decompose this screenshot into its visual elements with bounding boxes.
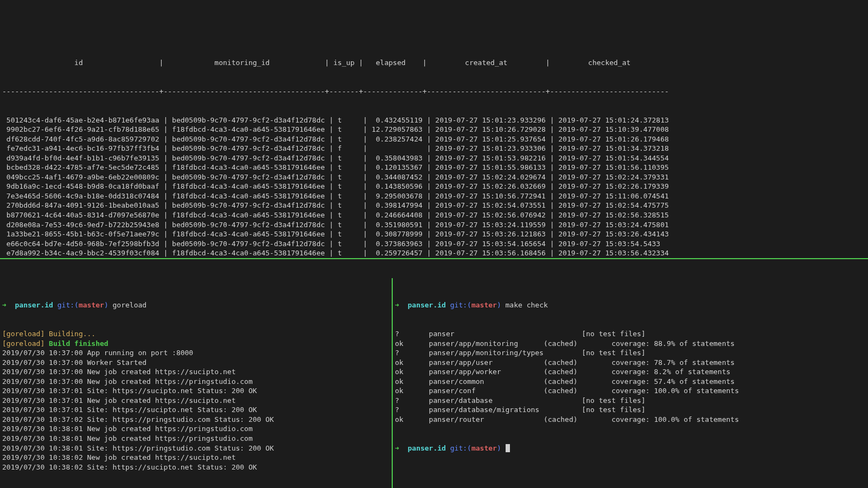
- table-row: df628cdd-740f-4fc5-a9d6-8ac859729702 | b…: [2, 134, 866, 144]
- cursor-icon: [506, 444, 510, 452]
- log-line: 2019/07/30 10:38:01 Site: https://prings…: [2, 444, 390, 453]
- test-result-line: ok panser/conf (cached) coverage: 100.0%…: [395, 386, 866, 396]
- table-row: d939a4fd-bf0d-4e4f-b1b1-c96b7fe39135 | b…: [2, 153, 866, 163]
- test-result-line: ? panser [no test files]: [395, 329, 866, 339]
- log-line: 2019/07/30 10:38:01 New job created http…: [2, 434, 390, 444]
- prompt-line: ➜ panser.id git:(master) goreload: [2, 300, 390, 310]
- table-row: 9902bc27-6ef6-4f26-9a21-cfb78d188e65 | f…: [2, 125, 866, 134]
- test-result-line: ? panser/database/migrations [no test fi…: [395, 405, 866, 415]
- table-row: d208e08a-7e53-49c6-9ed7-b722b25943e8 | b…: [2, 220, 866, 230]
- log-line: 2019/07/30 10:38:02 Site: https://sucipt…: [2, 463, 390, 472]
- test-result-line: ok panser/app/worker (cached) coverage: …: [395, 367, 866, 377]
- table-row: b8770621-4c64-40a5-8314-d7097e56870e | f…: [2, 210, 866, 220]
- test-result-line: ok panser/app/monitoring (cached) covera…: [395, 339, 866, 349]
- log-line: 2019/07/30 10:37:00 New job created http…: [2, 367, 390, 377]
- prompt-line: ➜ panser.id git:(master) make check: [395, 300, 866, 310]
- log-line: 2019/07/30 10:37:00 App running on port …: [2, 348, 390, 358]
- log-line: 2019/07/30 10:38:02 New job created http…: [2, 453, 390, 463]
- prompt-line-idle[interactable]: ➜ panser.id git:(master): [395, 444, 866, 453]
- log-line: 2019/07/30 10:37:02 Site: https://prings…: [2, 415, 390, 425]
- sql-output-pane[interactable]: id | monitoring_id | is_up | elapsed | c…: [0, 38, 868, 259]
- log-line: [goreload] Building...: [2, 329, 390, 339]
- log-line: 2019/07/30 10:37:00 New job created http…: [2, 377, 390, 387]
- table-row: 501243c4-daf6-45ae-b2e4-b871e6fe93aa | b…: [2, 115, 866, 125]
- table-row: fe7edc31-a941-4ec6-bc16-97fb37ff3fb4 | b…: [2, 144, 866, 153]
- table-row: e7d8a992-b34c-4ac9-bbc2-4539f03cf084 | f…: [2, 248, 866, 258]
- table-row: 1a33be21-8655-45b1-b63c-0f5e71aee79c | f…: [2, 229, 866, 239]
- log-line: 2019/07/30 10:37:01 Site: https://sucipt…: [2, 405, 390, 415]
- table-header: id | monitoring_id | is_up | elapsed | c…: [2, 58, 866, 68]
- log-line: 2019/07/30 10:37:01 Site: https://sucipt…: [2, 386, 390, 396]
- terminal-left-pane[interactable]: ➜ panser.id git:(master) goreload [gorel…: [0, 278, 393, 488]
- test-result-line: ? panser/app/monitoring/types [no test f…: [395, 348, 866, 358]
- test-result-line: ? panser/database [no test files]: [395, 396, 866, 406]
- log-line: [goreload] Build finished: [2, 339, 390, 349]
- test-result-line: ok panser/router (cached) coverage: 100.…: [395, 415, 866, 425]
- log-line: 2019/07/30 10:37:00 Worker Started: [2, 358, 390, 368]
- table-row: 9db16a9c-1ecd-4548-b9d8-0ca18fd0baaf | f…: [2, 182, 866, 191]
- table-row: 270bdd6d-847a-4091-9126-1beabe010aa5 | b…: [2, 201, 866, 210]
- table-row: bcbed328-d422-4785-af7e-5ec5de72c485 | f…: [2, 163, 866, 172]
- terminal-right-pane[interactable]: ➜ panser.id git:(master) make check ? pa…: [393, 278, 868, 488]
- table-row: e66c0c64-bd7e-4d50-968b-7ef2598bfb3d | b…: [2, 239, 866, 249]
- table-body: 501243c4-daf6-45ae-b2e4-b871e6fe93aa | b…: [2, 115, 866, 260]
- test-result-line: ok panser/common (cached) coverage: 57.4…: [395, 377, 866, 387]
- log-line: 2019/07/30 10:38:01 New job created http…: [2, 424, 390, 434]
- table-row: 7e3e465d-5606-4c9a-b18e-0dd318c07484 | f…: [2, 191, 866, 201]
- table-divider: -------------------------------------+--…: [2, 87, 866, 97]
- table-row: 049bcc25-4af1-4679-a9be-6eb22e00809c | b…: [2, 172, 866, 182]
- test-result-line: ok panser/app/user (cached) coverage: 78…: [395, 358, 866, 368]
- table-row: 0c3aa4bd-9c31-47b9-a966-a3925a02972f | b…: [2, 258, 866, 259]
- log-line: 2019/07/30 10:37:01 New job created http…: [2, 396, 390, 406]
